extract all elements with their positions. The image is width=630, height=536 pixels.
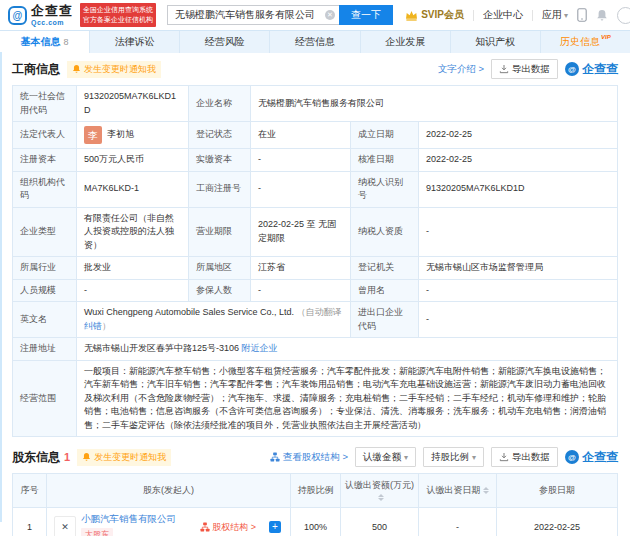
qcc-company-page: @ 企查查 Qcc.com 全国企业信用查询系统 官方备案企业征信机构 ✕ 查一… (0, 0, 630, 536)
search-input[interactable] (167, 5, 339, 25)
divider (473, 10, 474, 21)
taxpayer-id-label: 纳税人识别号 (351, 171, 419, 207)
export-data-button[interactable]: 导出数据 (491, 447, 558, 467)
download-icon (499, 452, 509, 462)
company-type-label: 企业类型 (13, 207, 77, 257)
org-code-value: MA7K6LKD-1 (77, 171, 189, 207)
notify-on-change-badge[interactable]: 发生变更时通知我 (67, 61, 161, 78)
tab-history-info[interactable]: 历史信息VIP (541, 31, 630, 53)
table-row: 企业类型 有限责任公司（非自然人投资或控股的法人独资） 营业期限 2022-02… (13, 207, 618, 257)
search-bar: ✕ 查一下 (167, 5, 393, 25)
tab-legal-litigation[interactable]: 法律诉讼 (90, 31, 180, 53)
company-name-label: 企业名称 (189, 86, 251, 122)
main-content: 工商信息 发生变更时通知我 文字介绍 > 导出数据 @ 企查查 (0, 53, 630, 536)
logo-subtext: Qcc.com (31, 19, 73, 26)
sort-icon[interactable] (483, 487, 489, 494)
tab-operation-info[interactable]: 经营信息 (270, 31, 360, 53)
business-scope-value: 一般项目：新能源汽车整车销售；小微型客车租赁经营服务；汽车零配件批发；新能源汽车… (77, 360, 618, 437)
xpeng-logo: ✕ (54, 516, 76, 536)
bell-icon (82, 452, 91, 462)
download-icon (499, 64, 509, 74)
sort-icon[interactable] (378, 494, 384, 501)
text-intro-link[interactable]: 文字介绍 > (438, 63, 484, 76)
shareholding-ratio-dropdown[interactable]: 持股比例▾ (423, 447, 484, 467)
col-shareholder: 股东(发起人) (47, 474, 291, 508)
region-value: 江苏省 (251, 257, 351, 280)
nearby-companies-link[interactable]: 附近企业 (242, 343, 278, 353)
equity-structure-link[interactable]: 股权结构 > (200, 521, 256, 534)
approval-date-label: 核准日期 (351, 149, 419, 172)
apps-menu[interactable]: 应用▾ (542, 8, 568, 22)
col-subscribed-date[interactable]: 认缴出资日期 (419, 474, 497, 508)
qcc-logo[interactable]: @ 企查查 Qcc.com (8, 4, 73, 26)
legal-rep-avatar: 李 (84, 126, 102, 144)
qcc-watermark-icon: @ (565, 62, 579, 76)
auto-translate-note: （自动翻译 (296, 307, 341, 317)
legal-rep-label: 法定代表人 (13, 122, 77, 149)
chevron-down-icon: ▾ (472, 453, 476, 462)
export-data-button[interactable]: 导出数据 (491, 59, 558, 79)
mobile-app-icon[interactable] (577, 8, 587, 22)
shareholders-table: 序号 股东(发起人) 持股比例 认缴出资额(万元) 认缴出资日期 参股日期 1 … (12, 473, 618, 536)
topbar: @ 企查查 Qcc.com 全国企业信用查询系统 官方备案企业征信机构 ✕ 查一… (0, 0, 630, 30)
establish-date-label: 成立日期 (351, 122, 419, 149)
establish-date-value: 2022-02-25 (419, 122, 618, 149)
tab-company-development[interactable]: 企业发展 (361, 31, 451, 53)
user-avatar-icon[interactable] (617, 7, 630, 24)
business-reg-no-label: 工商注册号 (189, 171, 251, 207)
import-export-code-value: - (419, 302, 618, 338)
business-reg-no-value: - (251, 171, 351, 207)
tab-basic-info[interactable]: 基本信息8 (0, 31, 90, 53)
taxpayer-id-value: 91320205MA7K6LKD1D (419, 171, 618, 207)
english-name-value: Wuxi Chengpeng Automobile Sales Service … (77, 302, 351, 338)
table-row: 注册资本 500万元人民币 实缴资本 - 核准日期 2022-02-25 (13, 149, 618, 172)
table-row: 统一社会信用代码 91320205MA7K6LKD1D 企业名称 无锡橙鹏汽车销… (13, 86, 618, 122)
table-row: 人员规模 - 参保人数 - 曾用名 - (13, 279, 618, 302)
registered-capital-value: 500万元人民币 (77, 149, 189, 172)
region-label: 所属地区 (189, 257, 251, 280)
svip-member-link[interactable]: SVIP会员 (405, 8, 464, 22)
business-term-value: 2022-02-25 至 无固定期限 (251, 207, 351, 257)
col-subscribed-amount[interactable]: 认缴出资额(万元) (341, 474, 419, 508)
org-code-label: 组织机构代码 (13, 171, 77, 207)
table-row: 法定代表人 李 李初旭 登记状态 在业 成立日期 2022-02-25 (13, 122, 618, 149)
taxpayer-quality-label: 纳税人资质 (351, 207, 419, 257)
notification-bell-icon[interactable] (596, 9, 608, 22)
qcc-watermark: @ 企查查 (565, 449, 618, 466)
org-chart-icon (200, 522, 210, 532)
business-info-table: 统一社会信用代码 91320205MA7K6LKD1D 企业名称 无锡橙鹏汽车销… (12, 85, 618, 437)
import-export-code-label: 进出口企业代码 (351, 302, 419, 338)
business-info-header: 工商信息 发生变更时通知我 文字介绍 > 导出数据 @ 企查查 (12, 53, 618, 85)
shareholder-name-link[interactable]: 小鹏汽车销售有限公司 (81, 513, 176, 524)
view-equity-structure-link[interactable]: 查看股权结构 > (270, 451, 348, 464)
col-join-date: 参股日期 (497, 474, 618, 508)
divider (532, 10, 533, 21)
chevron-down-icon: ▾ (564, 11, 568, 20)
left-accent-strip (0, 52, 2, 522)
qcc-logo-icon: @ (8, 6, 27, 25)
industry-label: 所属行业 (13, 257, 77, 280)
registration-authority-value: 无锡市锡山区市场监督管理局 (419, 257, 618, 280)
registration-status-value: 在业 (251, 122, 351, 149)
badge-line-1: 全国企业信用查询系统 (83, 5, 153, 15)
table-row: 注册地址 无锡市锡山开发区春笋中路125号-3106 附近企业 (13, 338, 618, 361)
clear-search-icon[interactable]: ✕ (325, 10, 335, 20)
shareholders-count: 1 (64, 451, 70, 463)
shareholder-join-date: 2022-02-25 (497, 508, 618, 536)
topbar-right: SVIP会员 企业中心 应用▾ (405, 7, 622, 24)
enterprise-center-link[interactable]: 企业中心 (483, 8, 523, 22)
notify-on-change-badge[interactable]: 发生变更时通知我 (77, 449, 171, 466)
legal-rep-name[interactable]: 李初旭 (107, 128, 134, 142)
major-shareholder-badge: 大股东 (81, 528, 113, 536)
staff-size-value: - (77, 279, 189, 302)
search-button[interactable]: 查一下 (339, 5, 393, 25)
qcc-watermark-icon: @ (565, 450, 579, 464)
taxpayer-quality-value: - (419, 207, 618, 257)
tab-intellectual-property[interactable]: 知识产权 (451, 31, 541, 53)
expand-plus-button[interactable]: + (269, 521, 281, 533)
col-index: 序号 (13, 474, 47, 508)
business-scope-label: 经营范围 (13, 360, 77, 437)
tab-operation-risk[interactable]: 经营风险 (180, 31, 270, 53)
subscribed-amount-dropdown[interactable]: 认缴金额▾ (355, 447, 416, 467)
correct-link[interactable]: 纠错 (84, 321, 102, 331)
